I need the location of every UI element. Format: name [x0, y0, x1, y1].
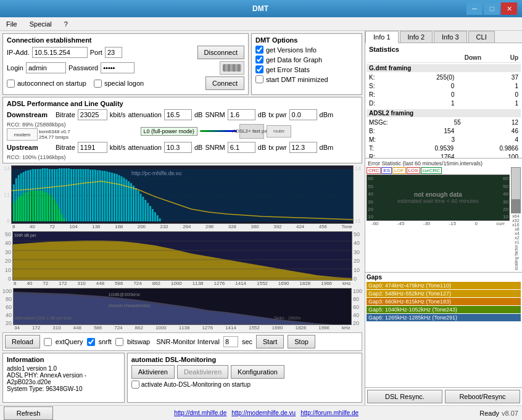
svg-rect-56: [144, 200, 146, 221]
start-button[interactable]: Start: [256, 335, 284, 348]
bitswap-checkbox[interactable]: [115, 338, 123, 346]
get-error-checkbox[interactable]: [255, 65, 263, 73]
information-title: Information: [7, 356, 120, 363]
tab-cli[interactable]: CLI: [468, 31, 495, 43]
svg-rect-32: [87, 169, 89, 221]
svg-rect-30: [82, 169, 84, 221]
disconnect-button[interactable]: Disconnect: [197, 46, 244, 59]
gaps-title: Gaps: [367, 274, 521, 281]
upstream-txpwr[interactable]: [289, 142, 317, 153]
upstream-snrm[interactable]: [228, 142, 255, 153]
table-row: S:01: [367, 82, 521, 91]
attn-chart: 10dB@300kHz channel characteristics atte…: [13, 288, 352, 325]
sec-label: sec: [242, 338, 252, 345]
autoconnect-checkbox[interactable]: [7, 80, 15, 88]
svg-rect-28: [78, 169, 80, 221]
tab-info1[interactable]: Info 1: [365, 31, 399, 43]
menu-help[interactable]: ?: [60, 19, 72, 29]
svg-rect-25: [70, 169, 72, 221]
status-text: Ready: [479, 410, 499, 417]
bitrate-label-up: Bitrate: [56, 144, 75, 151]
menubar: File Special ?: [0, 17, 522, 31]
start-minimized-label: start DMT minimized: [266, 76, 328, 83]
list-item: Gap2: 548kHz-552kHz (Tone127): [367, 290, 521, 297]
snr-monitor-label: SNR-Monitor Interval: [156, 338, 220, 345]
svg-rect-66: [20, 196, 22, 221]
svg-rect-72: [35, 191, 36, 221]
stop-button[interactable]: Stop: [288, 335, 315, 348]
svg-rect-47: [123, 178, 125, 221]
svg-rect-23: [65, 168, 67, 221]
password-label: Password: [68, 64, 98, 72]
svg-rect-34: [92, 170, 94, 221]
connect-button[interactable]: Connect: [205, 76, 244, 90]
svg-rect-51: [133, 186, 135, 221]
svg-rect-41: [109, 172, 110, 221]
attn-label-down: attenuation: [128, 111, 161, 118]
upstream-bitrate[interactable]: [78, 142, 107, 153]
svg-rect-24: [68, 168, 70, 221]
get-data-checkbox[interactable]: [255, 56, 263, 64]
monitoring-section: automatic DSL-Monitoring Aktivieren Deak…: [127, 353, 362, 403]
deactivate-button[interactable]: Deaktivieren: [177, 365, 228, 379]
downstream-bitrate[interactable]: [78, 109, 107, 120]
menu-file[interactable]: File: [2, 19, 21, 29]
bits-y-8: 8: [2, 218, 10, 224]
bits-y-r-11: 11: [355, 218, 362, 224]
config-button[interactable]: Konfiguration: [231, 365, 284, 379]
extquery-checkbox[interactable]: [44, 338, 52, 346]
tab-info3[interactable]: Info 3: [434, 31, 467, 43]
dsl-resync-button[interactable]: DSL Resync.: [367, 390, 442, 403]
login-input[interactable]: [26, 62, 66, 73]
legend-lof: LOF: [392, 167, 406, 174]
svg-rect-69: [27, 192, 29, 221]
minimize-button[interactable]: ─: [466, 2, 483, 15]
downstream-attn[interactable]: [164, 109, 192, 120]
modem-info: bom6348 v0.7254.77 bmips: [39, 129, 70, 140]
link-dmt[interactable]: http://dmt.mhilfe.de: [174, 410, 226, 416]
tab-info2[interactable]: Info 2: [400, 31, 433, 43]
special-logon-checkbox[interactable]: [94, 80, 102, 88]
table-row: B:15446: [367, 127, 521, 136]
link-modem[interactable]: http://modemhilfe.de.vu: [231, 410, 296, 416]
reboot-resync-button[interactable]: Reboot/Resync: [445, 390, 520, 403]
svg-rect-81: [56, 204, 58, 221]
svg-rect-61: [157, 215, 159, 221]
rco-down-label: RCO: 89% (25888kbps): [7, 121, 66, 128]
svg-rect-77: [46, 193, 48, 221]
reload-button[interactable]: Reload: [5, 335, 40, 348]
svg-rect-70: [30, 191, 31, 221]
maximize-button[interactable]: □: [484, 2, 500, 15]
get-versions-checkbox[interactable]: [255, 46, 263, 54]
snrft-checkbox[interactable]: [87, 338, 95, 346]
svg-rect-21: [61, 168, 63, 221]
attn-label-up: attenuation: [128, 144, 161, 151]
svg-rect-39: [104, 171, 106, 221]
downstream-txpwr[interactable]: [289, 109, 317, 120]
menu-special[interactable]: Special: [26, 19, 56, 29]
svg-text:channel characteristics: channel characteristics: [109, 303, 151, 308]
downstream-snrm[interactable]: [228, 109, 255, 120]
link-forum[interactable]: http://forum.mhilfe.de: [300, 410, 358, 416]
port-input[interactable]: [105, 47, 122, 58]
svg-rect-44: [116, 174, 118, 221]
start-minimized-checkbox[interactable]: [255, 75, 263, 83]
txpwr-label-down: tx pwr: [268, 111, 286, 118]
window-title: DMT: [54, 4, 466, 13]
svg-text:http://pc-mhilfe.de.vu: http://pc-mhilfe.de.vu: [131, 170, 181, 176]
password-input[interactable]: [101, 62, 135, 73]
upstream-attn[interactable]: [164, 142, 192, 153]
connection-line: [200, 130, 237, 132]
activate-button[interactable]: Aktivieren: [131, 365, 175, 379]
table-row: K:255(0)37: [367, 73, 521, 82]
close-button[interactable]: ✕: [501, 2, 517, 15]
table-row: MSGc:5512: [367, 118, 521, 127]
snr-interval-input[interactable]: [223, 336, 238, 347]
ip-input[interactable]: [32, 47, 88, 58]
svg-rect-62: [159, 218, 161, 221]
list-item: Gap5: 1040kHz-1052kHz (Tone243): [367, 306, 521, 313]
auto-monitoring-checkbox[interactable]: [131, 381, 139, 389]
lo-label: L0 (full-power mode): [141, 127, 198, 136]
refresh-button[interactable]: Refresh: [4, 406, 53, 420]
get-versions-label: get Versions Info: [266, 46, 317, 54]
